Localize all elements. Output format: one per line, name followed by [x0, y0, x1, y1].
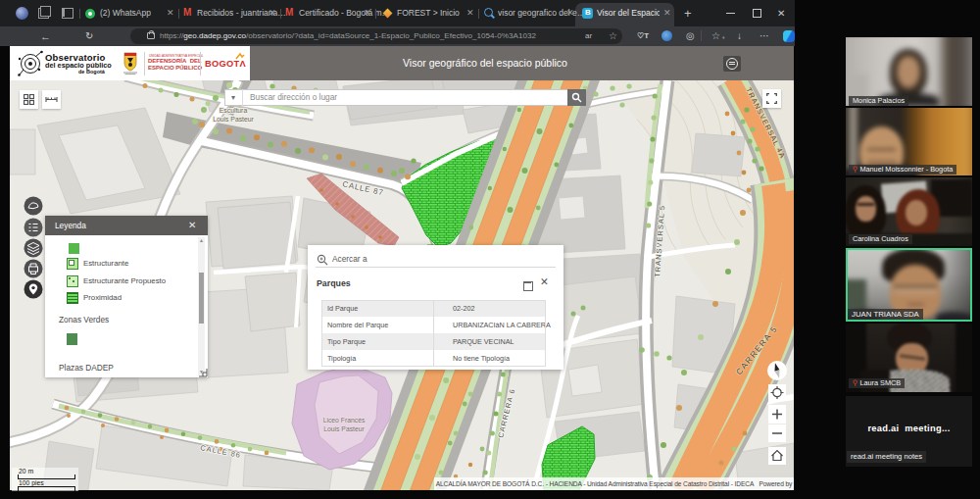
- svg-text:Liceo Francés: Liceo Francés: [323, 417, 366, 424]
- svg-text:Escultura: Escultura: [220, 107, 248, 114]
- svg-text:Louis Pasteur: Louis Pasteur: [323, 425, 365, 432]
- svg-text:Louis Pasteur: Louis Pasteur: [213, 116, 254, 123]
